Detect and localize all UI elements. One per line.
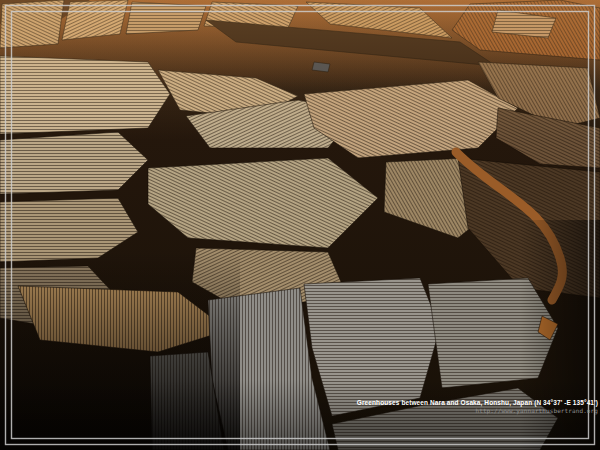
wallpaper: Greenhouses between Nara and Osaka, Hons… bbox=[0, 0, 600, 450]
shadow-bottom bbox=[0, 380, 600, 450]
caption-url: http://www.yannarthusbertrand.org bbox=[357, 407, 598, 414]
caption-title: Greenhouses between Nara and Osaka, Hons… bbox=[357, 399, 598, 407]
photo-caption: Greenhouses between Nara and Osaka, Hons… bbox=[357, 399, 598, 414]
sunset-glow bbox=[0, 0, 600, 140]
aerial-photo bbox=[0, 0, 600, 450]
